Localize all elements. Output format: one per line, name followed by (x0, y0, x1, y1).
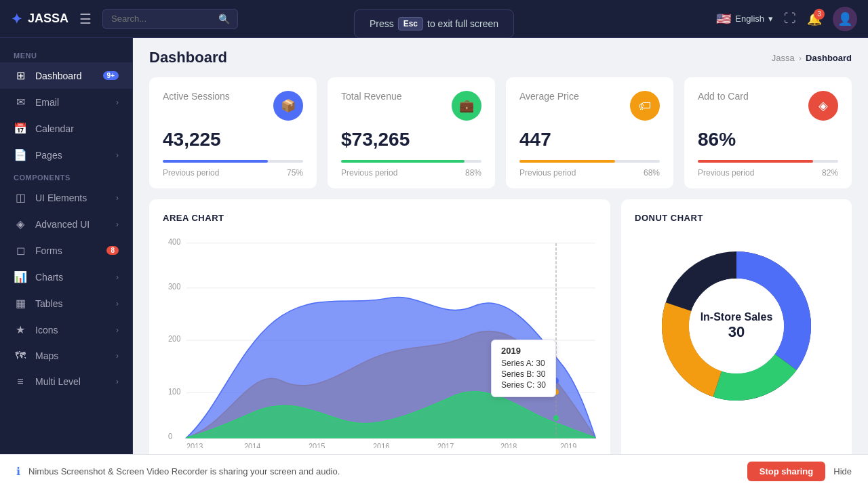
chevron-icon: › (116, 193, 119, 203)
stat-label: Total Revenue (341, 91, 402, 102)
chevron-icon: › (116, 299, 119, 308)
calendar-icon: 📅 (14, 122, 27, 135)
hamburger-button[interactable]: ☰ (79, 11, 92, 27)
sidebar-item-label: Icons (35, 325, 108, 336)
chevron-icon: › (116, 325, 119, 335)
x-axis-label: 2016 (373, 443, 389, 448)
breadcrumb: Jassa › Dashboard (772, 53, 852, 63)
stat-card-total-revenue: Total Revenue 💼 $73,265 Previous period … (328, 77, 495, 188)
y-axis-label: 300 (168, 283, 180, 291)
maps-icon: 🗺 (14, 350, 27, 362)
forms-badge: 8 (106, 246, 119, 255)
stat-prev-label: Previous period (341, 168, 397, 178)
stat-progress-fill (519, 160, 615, 163)
dashboard-badge: 9+ (103, 71, 119, 80)
total-revenue-icon: 💼 (452, 91, 481, 121)
stat-card-add-to-card: Add to Card ◈ 86% Previous period 82% (684, 77, 852, 188)
stat-label: Add to Card (698, 91, 749, 102)
breadcrumb-parent: Jassa (772, 53, 795, 63)
sidebar-item-pages[interactable]: 📄 Pages › (0, 142, 132, 168)
sidebar-item-ui-elements[interactable]: ◫ UI Elements › (0, 184, 132, 211)
navbar-right: 🇺🇸 English ▾ ⛶ 🔔 3 👤 (716, 7, 857, 31)
stat-footer: Previous period 75% (163, 168, 303, 178)
chevron-icon: › (116, 272, 119, 282)
language-selector[interactable]: 🇺🇸 English ▾ (716, 12, 773, 26)
search-box: 🔍 (102, 9, 238, 29)
sidebar-item-icons[interactable]: ★ Icons › (0, 317, 132, 343)
x-axis-label: 2017 (437, 443, 454, 448)
sidebar-item-advanced-ui[interactable]: ◈ Advanced UI › (0, 211, 132, 237)
dashboard-icon: ⊞ (14, 69, 27, 82)
sidebar-item-multi-level[interactable]: ≡ Multi Level › (0, 369, 132, 394)
x-axis-label: 2018 (500, 443, 517, 448)
avatar[interactable]: 👤 (833, 7, 857, 31)
tables-icon: ▦ (14, 297, 27, 310)
x-axis-label: 2019 (560, 443, 576, 448)
stat-prev-pct: 88% (465, 168, 481, 178)
stat-footer: Previous period 82% (698, 168, 838, 178)
stop-sharing-button[interactable]: Stop sharing (747, 462, 825, 481)
sidebar-item-tables[interactable]: ▦ Tables › (0, 290, 132, 317)
hover-dot-a (553, 378, 559, 384)
stat-value: 86% (698, 129, 838, 150)
pages-icon: 📄 (14, 148, 27, 161)
sidebar-item-label: Email (35, 97, 108, 108)
language-label: English (735, 14, 764, 24)
chevron-icon: › (116, 351, 119, 361)
chevron-icon: › (116, 98, 119, 107)
sidebar-item-charts[interactable]: 📊 Charts › (0, 264, 132, 290)
stat-card-active-sessions: Active Sessions 📦 43,225 Previous period… (149, 77, 317, 188)
chevron-icon: › (116, 220, 119, 229)
sidebar-item-label: Forms (35, 245, 98, 256)
x-axis-label: 2015 (309, 443, 325, 448)
hide-button[interactable]: Hide (833, 466, 852, 476)
active-sessions-icon: 📦 (273, 91, 303, 121)
area-chart-container: 400 300 200 100 0 (163, 231, 597, 448)
components-section-label: COMPONENTS (0, 168, 132, 184)
area-chart-svg: 400 300 200 100 0 (163, 231, 597, 448)
x-axis-label: 2013 (186, 443, 203, 448)
brand-icon: ✦ (11, 11, 22, 27)
stat-footer: Previous period 88% (341, 168, 481, 178)
y-axis-label: 400 (168, 237, 180, 246)
bottom-notification-bar: ℹ Nimbus Screenshot & Screen Video Recor… (0, 454, 868, 488)
y-axis-label: 100 (168, 387, 180, 396)
sidebar-item-calendar[interactable]: 📅 Calendar (0, 115, 132, 142)
fullscreen-button[interactable]: ⛶ (784, 12, 796, 26)
area-chart-title: AREA CHART (163, 213, 597, 223)
stat-label: Active Sessions (163, 91, 230, 102)
tooltip-message: to exit full screen (427, 18, 498, 29)
y-axis-label: 200 (168, 335, 180, 344)
stat-value: 447 (519, 129, 660, 150)
donut-chart-card: DONUT CHART (621, 199, 852, 454)
sidebar-item-forms[interactable]: ◻ Forms 8 (0, 237, 132, 264)
stat-prev-label: Previous period (163, 168, 219, 178)
stat-footer: Previous period 68% (519, 168, 660, 178)
notifications-button[interactable]: 🔔 3 (807, 12, 822, 26)
stat-progress-fill (163, 160, 268, 163)
hover-dot-c (553, 389, 559, 395)
sidebar-item-maps[interactable]: 🗺 Maps › (0, 343, 132, 369)
area-chart-card: AREA CHART 400 300 200 100 0 (149, 199, 610, 454)
sidebar-item-label: Charts (35, 272, 108, 283)
breadcrumb-separator: › (799, 53, 802, 63)
sidebar-item-dashboard[interactable]: ⊞ Dashboard 9+ (0, 62, 132, 89)
esc-badge: Esc (398, 17, 423, 30)
stat-value: $73,265 (341, 129, 481, 150)
flag-icon: 🇺🇸 (716, 12, 731, 26)
charts-icon: 📊 (14, 270, 27, 283)
stat-progress-bar-bg (519, 160, 660, 163)
page-title: Dashboard (149, 49, 227, 66)
fullscreen-tooltip: Press Esc to exit full screen (354, 9, 514, 38)
chevron-icon: › (116, 150, 119, 160)
search-input[interactable] (111, 14, 213, 24)
info-icon: ℹ (16, 465, 20, 478)
donut-center-label: In-Store Sales 30 (701, 311, 773, 341)
ui-elements-icon: ◫ (14, 191, 27, 204)
forms-icon: ◻ (14, 244, 27, 257)
sidebar-item-email[interactable]: ✉ Email › (0, 89, 132, 115)
breadcrumb-current: Dashboard (806, 53, 852, 63)
stat-progress-bar-bg (341, 160, 481, 163)
brand-logo: ✦ JASSA (11, 11, 68, 27)
navbar: ✦ JASSA ☰ 🔍 Press Esc to exit full scree… (0, 0, 868, 38)
